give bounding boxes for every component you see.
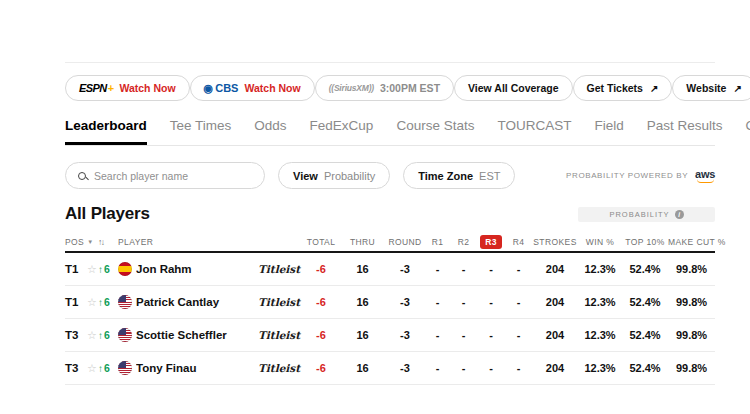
round-score: -3 — [385, 296, 425, 308]
table-header: POS▼ ↑↓ PLAYER TOTAL THRU ROUND R1 R2 R3… — [65, 233, 715, 253]
win-probability: 12.3% — [578, 362, 622, 374]
header-r2: R2 — [450, 237, 477, 247]
round1-score: - — [425, 263, 450, 275]
watch-now-label: Watch Now — [119, 82, 175, 94]
round1-score: - — [425, 362, 450, 374]
top10-probability: 52.4% — [622, 263, 668, 275]
powered-by-label: PROBABILITY POWERED BY — [566, 171, 688, 180]
cbs-watch-button[interactable]: ◉CBS Watch Now — [190, 75, 315, 101]
total-score: -6 — [302, 296, 340, 308]
make-cut-probability: 99.8% — [668, 263, 715, 275]
view-label: View — [293, 170, 318, 182]
tab-course-stats[interactable]: Course Stats — [396, 118, 474, 145]
round1-score: - — [425, 329, 450, 341]
equipment-brand-logo: Titleist — [258, 263, 302, 275]
header-player: PLAYER — [118, 237, 258, 247]
header-pos[interactable]: POS▼ — [65, 237, 98, 247]
round3-score: - — [477, 362, 505, 374]
player-name: Jon Rahm — [136, 263, 258, 275]
table-row[interactable]: T3☆↑6Scottie SchefflerTitleist-616-3----… — [65, 319, 715, 352]
tab-past-results[interactable]: Past Results — [647, 118, 723, 145]
info-icon[interactable]: i — [675, 210, 684, 219]
search-input[interactable] — [94, 170, 252, 182]
section-header: All Players PROBABILITY i — [65, 204, 715, 224]
make-cut-probability: 99.8% — [668, 362, 715, 374]
top-divider — [65, 62, 715, 63]
tab-leaderboard[interactable]: Leaderboard — [65, 118, 147, 145]
espn-watch-button[interactable]: ESPN+ Watch Now — [65, 75, 190, 101]
view-value: Probability — [324, 170, 375, 182]
round1-score: - — [425, 296, 450, 308]
up-arrow-icon: ↑ — [98, 264, 103, 275]
round4-score: - — [505, 296, 532, 308]
siriusxm-listen-button[interactable]: ((SiriusXM)) 3:00PM EST — [315, 75, 454, 101]
round2-score: - — [450, 329, 477, 341]
header-total: TOTAL — [302, 237, 340, 247]
favorite-star-icon[interactable]: ☆ — [86, 263, 98, 276]
table-row[interactable]: T1☆↑6Jon RahmTitleist-616-3----20412.3%5… — [65, 253, 715, 286]
player-search[interactable] — [65, 162, 265, 189]
get-tickets-button[interactable]: Get Tickets ↗ — [573, 75, 673, 101]
position-movement: ↑6 — [98, 296, 118, 308]
header-top10-pct: TOP 10% — [622, 237, 668, 247]
player-position: T1 — [65, 263, 86, 275]
tab-overview[interactable]: Overview — [746, 118, 750, 145]
header-sort[interactable]: ↑↓ — [98, 237, 118, 247]
player-position: T1 — [65, 296, 86, 308]
round-score: -3 — [385, 263, 425, 275]
equipment-brand-logo: Titleist — [258, 329, 302, 341]
round3-score: - — [477, 263, 505, 275]
strokes: 204 — [532, 263, 578, 275]
position-movement: ↑6 — [98, 362, 118, 374]
chevron-down-icon: ▼ — [87, 239, 93, 245]
external-link-icon: ↗ — [733, 83, 741, 94]
aws-logo: aws — [695, 169, 715, 183]
round3-score: - — [477, 329, 505, 341]
favorite-star-icon[interactable]: ☆ — [86, 362, 98, 375]
thru: 16 — [340, 296, 385, 308]
table-row[interactable]: T3☆↑6Tony FinauTitleist-616-3----20412.3… — [65, 352, 715, 385]
player-position: T3 — [65, 329, 86, 341]
leaderboard-table: POS▼ ↑↓ PLAYER TOTAL THRU ROUND R1 R2 R3… — [65, 233, 715, 385]
tab-field[interactable]: Field — [594, 118, 623, 145]
tab-tourcast[interactable]: TOURCAST — [497, 118, 571, 145]
header-thru: THRU — [340, 237, 385, 247]
top10-probability: 52.4% — [622, 362, 668, 374]
equipment-brand-logo: Titleist — [258, 362, 302, 374]
header-win-pct: WIN % — [578, 237, 622, 247]
win-probability: 12.3% — [578, 329, 622, 341]
country-flag-icon — [118, 361, 136, 375]
favorite-star-icon[interactable]: ☆ — [86, 329, 98, 342]
search-icon — [78, 172, 86, 180]
thru: 16 — [340, 329, 385, 341]
sort-icon: ↑↓ — [98, 237, 104, 247]
thru: 16 — [340, 362, 385, 374]
header-r3: R3 — [477, 235, 505, 249]
watch-now-label: Watch Now — [244, 82, 300, 94]
tab-tee-times[interactable]: Tee Times — [170, 118, 232, 145]
leaderboard-rows: T1☆↑6Jon RahmTitleist-616-3----20412.3%5… — [65, 253, 715, 385]
tab-fedexcup[interactable]: FedExCup — [310, 118, 374, 145]
top10-probability: 52.4% — [622, 329, 668, 341]
country-flag-icon — [118, 295, 136, 309]
website-button[interactable]: Website ↗ — [672, 75, 750, 101]
total-score: -6 — [302, 362, 340, 374]
view-all-coverage-label: View All Coverage — [468, 82, 558, 94]
broadcast-time-label: 3:00PM EST — [380, 82, 440, 94]
make-cut-probability: 99.8% — [668, 329, 715, 341]
favorite-star-icon[interactable]: ☆ — [86, 296, 98, 309]
round2-score: - — [450, 263, 477, 275]
table-row[interactable]: T1☆↑6Patrick CantlayTitleist-616-3----20… — [65, 286, 715, 319]
probability-badge-label: PROBABILITY — [609, 210, 669, 219]
siriusxm-logo: ((SiriusXM)) — [329, 83, 374, 93]
timezone-label: Time Zone — [418, 170, 473, 182]
main-tabs: Leaderboard Tee Times Odds FedExCup Cour… — [65, 118, 715, 146]
header-r4: R4 — [505, 237, 532, 247]
view-all-coverage-button[interactable]: View All Coverage — [454, 75, 572, 101]
country-flag-icon — [118, 262, 136, 276]
header-round: ROUND — [385, 237, 425, 247]
player-name: Patrick Cantlay — [136, 296, 258, 308]
view-selector[interactable]: View Probability — [278, 162, 390, 189]
tab-odds[interactable]: Odds — [254, 118, 286, 145]
timezone-selector[interactable]: Time Zone EST — [403, 162, 515, 189]
